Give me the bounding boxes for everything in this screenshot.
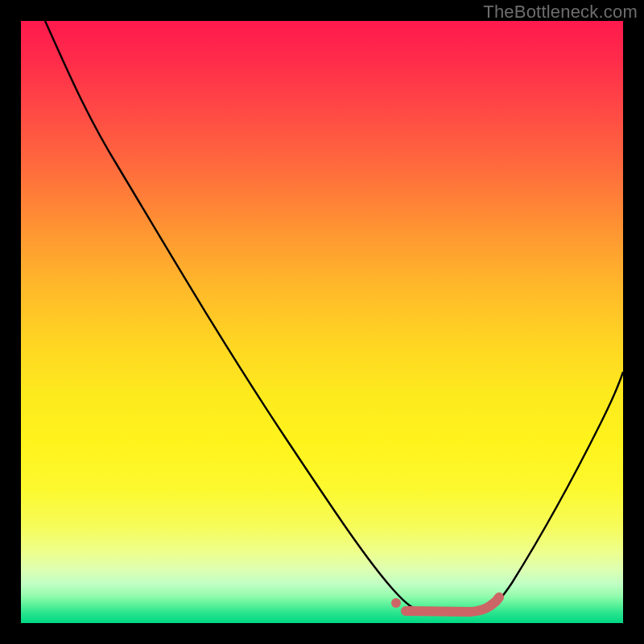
bottleneck-curve (45, 21, 623, 611)
watermark-text: TheBottleneck.com (483, 2, 638, 23)
chart-frame: TheBottleneck.com (0, 0, 644, 644)
marker-dot (391, 598, 401, 608)
curve-svg (21, 21, 623, 623)
zero-bottleneck-band (406, 597, 499, 612)
plot-area (21, 21, 623, 623)
